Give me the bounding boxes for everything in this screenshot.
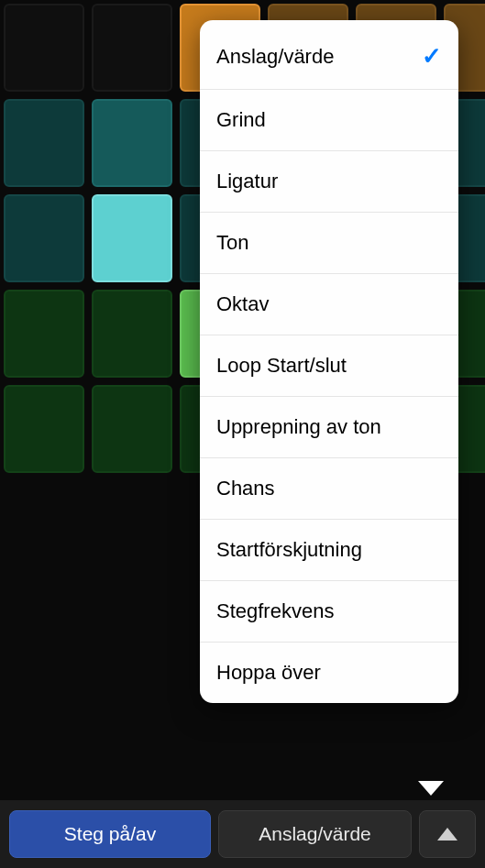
mode-button[interactable]: Anslag/värde [218, 810, 412, 858]
grid-cell[interactable] [4, 385, 84, 473]
popover-item-label: Ligatur [216, 170, 278, 193]
popover-arrow-icon [418, 781, 444, 796]
popover-item-label: Hoppa över [216, 661, 321, 685]
popover-item-label: Grind [216, 108, 266, 132]
bottom-toolbar: Steg på/av Anslag/värde [0, 800, 485, 868]
popover-item-label: Oktav [216, 292, 269, 316]
grid-cell[interactable] [92, 290, 172, 378]
mode-popover: Anslag/värde ✓ Grind Ligatur Ton Oktav L… [200, 20, 458, 703]
grid-cell[interactable] [4, 99, 84, 187]
popover-item-label: Stegfrekvens [216, 599, 334, 623]
grid-cell[interactable] [92, 385, 172, 473]
popover-item-oktav[interactable]: Oktav [200, 274, 458, 335]
grid-cell[interactable] [92, 194, 172, 282]
popover-item-loop-start-slut[interactable]: Loop Start/slut [200, 335, 458, 397]
popover-item-stegfrekvens[interactable]: Stegfrekvens [200, 581, 458, 643]
popover-item-anslag-varde[interactable]: Anslag/värde ✓ [200, 20, 458, 90]
step-toggle-label: Steg på/av [64, 823, 156, 845]
grid-cell[interactable] [92, 4, 172, 92]
check-icon: ✓ [422, 42, 442, 71]
popover-item-ligatur[interactable]: Ligatur [200, 151, 458, 213]
grid-cell[interactable] [92, 99, 172, 187]
mode-menu-button[interactable] [419, 810, 476, 858]
popover-item-label: Ton [216, 231, 248, 255]
popover-item-label: Anslag/värde [216, 45, 334, 69]
popover-item-label: Loop Start/slut [216, 354, 347, 378]
grid-cell[interactable] [4, 4, 84, 92]
popover-item-label: Startförskjutning [216, 538, 362, 562]
popover-item-label: Upprepning av ton [216, 415, 381, 439]
triangle-up-icon [437, 828, 457, 841]
grid-cell[interactable] [4, 290, 84, 378]
grid-cell[interactable] [4, 194, 84, 282]
popover-item-label: Chans [216, 477, 275, 500]
popover-item-chans[interactable]: Chans [200, 458, 458, 520]
popover-item-grind[interactable]: Grind [200, 90, 458, 151]
popover-item-upprepning-av-ton[interactable]: Upprepning av ton [200, 397, 458, 458]
popover-item-startforskjutning[interactable]: Startförskjutning [200, 520, 458, 581]
step-toggle-button[interactable]: Steg på/av [9, 810, 211, 858]
mode-label: Anslag/värde [259, 823, 371, 845]
popover-item-ton[interactable]: Ton [200, 213, 458, 274]
popover-item-hoppa-over[interactable]: Hoppa över [200, 643, 458, 703]
